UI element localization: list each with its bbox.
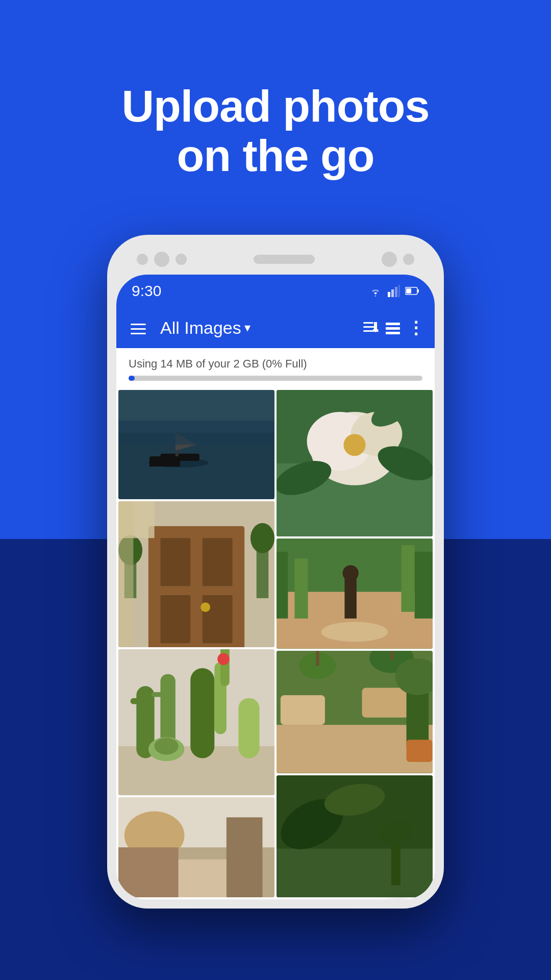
svg-rect-36	[118, 501, 133, 646]
signal-icon	[388, 285, 400, 297]
image-grid	[116, 388, 435, 899]
battery-icon	[405, 286, 419, 296]
svg-rect-81	[390, 651, 393, 659]
svg-rect-55	[179, 859, 227, 897]
svg-rect-80	[316, 651, 319, 666]
storage-progress-fill	[129, 376, 135, 381]
svg-point-73	[342, 566, 358, 581]
status-bar: 9:30	[116, 275, 435, 307]
svg-rect-42	[152, 692, 164, 697]
svg-rect-84	[407, 740, 433, 762]
svg-rect-8	[131, 328, 146, 330]
phone-mockup: 9:30	[107, 235, 444, 949]
svg-rect-52	[227, 817, 263, 897]
svg-rect-54	[118, 847, 179, 897]
phone-top-bar	[116, 244, 435, 275]
photo-interior[interactable]	[118, 797, 274, 897]
camera-dot	[137, 254, 148, 265]
camera-dots-right	[382, 252, 414, 267]
storage-text: Using 14 MB of your 2 GB (0% Full)	[129, 357, 422, 371]
svg-rect-23	[118, 421, 274, 445]
svg-rect-7	[131, 324, 146, 325]
dropdown-arrow-icon: ▾	[244, 321, 251, 335]
svg-point-48	[155, 738, 179, 754]
storage-progress-bar	[129, 376, 422, 381]
photo-greenhouse[interactable]	[277, 538, 433, 649]
headline-block: Upload photos on the go	[122, 82, 430, 181]
toolbar-title[interactable]: All Images ▾	[160, 318, 353, 338]
camera-dots-left	[137, 252, 187, 267]
more-options-icon[interactable]: ⋮	[407, 319, 424, 336]
svg-rect-29	[203, 595, 233, 643]
app-toolbar: All Images ▾	[116, 307, 435, 348]
svg-rect-46	[238, 698, 259, 758]
list-view-icon[interactable]	[386, 319, 400, 336]
sensor-dot	[403, 254, 414, 265]
svg-rect-27	[203, 538, 233, 586]
phone-screen: 9:30	[116, 275, 435, 899]
storage-info: Using 14 MB of your 2 GB (0% Full)	[116, 348, 435, 388]
headline-line1: Upload photos	[122, 82, 430, 131]
photo-cacti[interactable]	[118, 649, 274, 795]
svg-rect-0	[388, 292, 390, 297]
camera-main	[154, 252, 169, 267]
photo-boat[interactable]	[118, 390, 274, 499]
speaker-grille	[254, 255, 315, 264]
svg-rect-10	[363, 322, 373, 324]
menu-button[interactable]	[127, 314, 150, 342]
svg-rect-86	[277, 848, 433, 897]
svg-rect-5	[417, 289, 419, 292]
camera-dot2	[176, 254, 187, 265]
svg-rect-28	[160, 595, 190, 643]
headline-line2: on the go	[122, 131, 430, 181]
svg-rect-69	[294, 559, 308, 619]
toolbar-actions: ⋮	[363, 319, 424, 336]
svg-point-49	[217, 653, 230, 665]
svg-rect-40	[131, 698, 143, 704]
svg-rect-32	[257, 550, 269, 598]
svg-rect-16	[386, 332, 400, 334]
wifi-icon	[368, 285, 383, 297]
svg-rect-9	[131, 333, 146, 334]
photo-flowers[interactable]	[277, 390, 433, 536]
svg-point-71	[321, 622, 388, 642]
photo-door[interactable]	[118, 501, 274, 647]
svg-rect-68	[415, 552, 433, 619]
photo-greenhouse2[interactable]	[277, 651, 433, 773]
phone-outer-shell: 9:30	[107, 235, 444, 909]
svg-point-61	[343, 434, 365, 456]
left-column	[118, 390, 274, 897]
svg-point-34	[251, 523, 274, 553]
svg-rect-20	[160, 454, 199, 461]
sort-icon[interactable]	[363, 319, 379, 336]
svg-rect-70	[401, 545, 414, 612]
status-time: 9:30	[132, 282, 161, 300]
svg-rect-1	[391, 289, 394, 297]
right-column	[277, 390, 433, 897]
svg-rect-14	[386, 323, 400, 325]
svg-rect-43	[190, 668, 214, 758]
status-icons	[368, 285, 419, 297]
svg-rect-76	[281, 695, 325, 725]
svg-rect-67	[277, 552, 288, 619]
background: Upload photos on the go	[0, 0, 551, 980]
svg-rect-2	[395, 287, 397, 297]
svg-rect-72	[344, 579, 357, 619]
svg-rect-26	[160, 538, 190, 586]
svg-rect-6	[406, 288, 411, 293]
svg-point-19	[148, 458, 209, 468]
svg-point-30	[201, 602, 210, 612]
photo-plants-dark[interactable]	[277, 775, 433, 898]
svg-rect-3	[398, 285, 400, 297]
svg-rect-15	[386, 327, 400, 330]
front-camera	[382, 252, 397, 267]
